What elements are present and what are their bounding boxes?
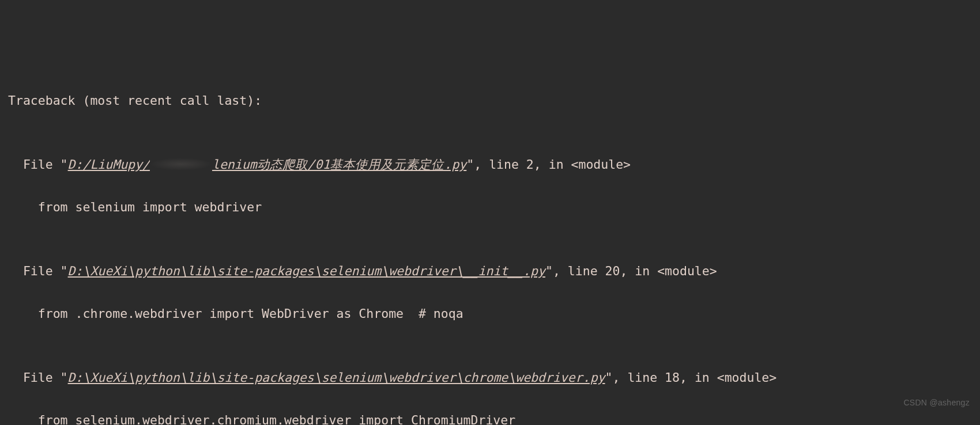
file-path[interactable]: D:\XueXi\python\lib\site-packages\seleni…: [68, 370, 605, 385]
watermark: CSDN @ashengz: [903, 392, 970, 413]
file-path[interactable]: D:\XueXi\python\lib\site-packages\seleni…: [68, 264, 545, 278]
file-path[interactable]: D:/LiuMupy/lenium动态爬取/01基本使用及元素定位.py: [68, 157, 467, 172]
redacted-segment: [150, 158, 212, 171]
frame-file-line: File "D:\XueXi\python\lib\site-packages\…: [8, 260, 972, 282]
traceback-header: Traceback (most recent call last):: [8, 90, 972, 111]
frame-file-line: File "D:/LiuMupy/lenium动态爬取/01基本使用及元素定位.…: [8, 154, 972, 175]
frame-code-line: from selenium import webdriver: [8, 196, 972, 218]
frame-code-line: from selenium.webdriver.chromium.webdriv…: [8, 409, 972, 425]
frame-code-line: from .chrome.webdriver import WebDriver …: [8, 303, 972, 324]
frame-file-line: File "D:\XueXi\python\lib\site-packages\…: [8, 367, 972, 388]
